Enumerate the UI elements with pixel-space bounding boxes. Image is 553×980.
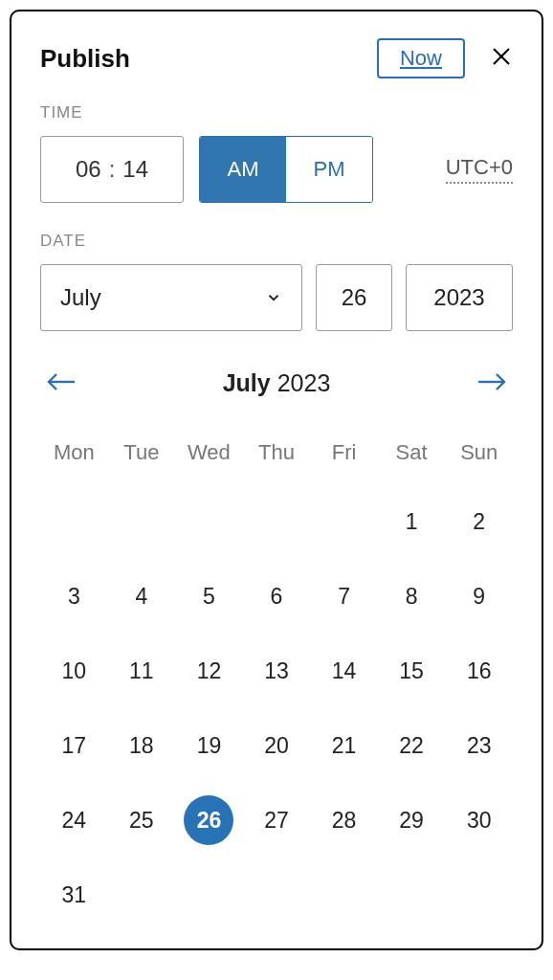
dow-header: Mon <box>40 434 108 472</box>
date-row: July 26 2023 <box>40 264 513 331</box>
calendar-day[interactable]: 11 <box>108 646 176 696</box>
panel-title: Publish <box>40 44 130 74</box>
time-section-label: TIME <box>40 103 513 122</box>
now-button[interactable]: Now <box>377 38 465 78</box>
calendar-day[interactable]: 14 <box>310 646 378 696</box>
dow-header: Sat <box>378 434 446 472</box>
calendar-day[interactable]: 7 <box>310 571 378 621</box>
calendar-empty-cell <box>40 497 108 546</box>
prev-month-button[interactable] <box>40 366 82 401</box>
calendar-day[interactable]: 2 <box>445 497 513 546</box>
time-separator: : <box>109 156 116 183</box>
day-input[interactable]: 26 <box>316 264 392 331</box>
calendar-day[interactable]: 26 <box>184 795 233 845</box>
timezone-label[interactable]: UTC+0 <box>446 155 513 184</box>
calendar-day[interactable]: 19 <box>175 721 243 770</box>
calendar-empty-cell <box>310 497 378 546</box>
calendar-day[interactable]: 27 <box>243 795 311 845</box>
next-month-button[interactable] <box>471 366 513 401</box>
time-row: 06 : 14 AM PM UTC+0 <box>40 136 513 203</box>
ampm-toggle: AM PM <box>199 136 373 203</box>
pm-button[interactable]: PM <box>286 137 372 202</box>
calendar-day[interactable]: 21 <box>310 721 378 770</box>
calendar-day[interactable]: 17 <box>40 721 108 770</box>
minutes-value: 14 <box>122 156 148 183</box>
calendar-empty-cell <box>243 497 311 546</box>
header-actions: Now <box>377 38 513 78</box>
calendar-day[interactable]: 12 <box>175 646 243 696</box>
calendar-day[interactable]: 20 <box>243 721 311 770</box>
calendar-day[interactable]: 15 <box>378 646 446 696</box>
month-select[interactable]: July <box>40 264 302 331</box>
chevron-down-icon <box>265 289 282 306</box>
close-icon[interactable] <box>490 45 513 73</box>
calendar-day[interactable]: 9 <box>445 571 513 621</box>
calendar-day[interactable]: 10 <box>40 646 108 696</box>
dow-header: Fri <box>310 434 378 472</box>
calendar-day[interactable]: 6 <box>243 571 311 621</box>
calendar-day[interactable]: 13 <box>243 646 311 696</box>
calendar-day[interactable]: 22 <box>378 721 446 770</box>
arrow-right-icon <box>476 371 507 392</box>
calendar-title: July 2023 <box>223 369 331 397</box>
calendar-nav: July 2023 <box>40 356 513 411</box>
publish-datetime-panel: Publish Now TIME 06 : 14 AM PM UTC+0 DAT… <box>10 10 543 950</box>
calendar-day[interactable]: 5 <box>175 571 243 621</box>
year-value: 2023 <box>433 284 484 311</box>
year-input[interactable]: 2023 <box>406 264 513 331</box>
date-section-label: DATE <box>40 232 513 251</box>
calendar-day[interactable]: 3 <box>40 571 108 621</box>
am-button[interactable]: AM <box>200 137 286 202</box>
dow-header: Sun <box>445 434 513 472</box>
calendar-day[interactable]: 18 <box>108 721 176 770</box>
calendar-day[interactable]: 28 <box>310 795 378 845</box>
calendar-day[interactable]: 16 <box>445 646 513 696</box>
calendar-year: 2023 <box>277 369 331 396</box>
calendar-empty-cell <box>175 497 243 546</box>
time-input[interactable]: 06 : 14 <box>40 136 184 203</box>
hours-value: 06 <box>76 156 101 183</box>
calendar-day[interactable]: 31 <box>40 870 108 920</box>
calendar-empty-cell <box>108 497 176 546</box>
dow-header: Thu <box>243 434 311 472</box>
month-value: July <box>60 284 101 311</box>
arrow-left-icon <box>46 371 77 392</box>
day-value: 26 <box>342 284 367 311</box>
calendar-day[interactable]: 30 <box>445 795 513 845</box>
panel-header: Publish Now <box>40 38 513 78</box>
dow-header: Tue <box>108 434 176 472</box>
calendar-day[interactable]: 23 <box>445 721 513 770</box>
calendar-month: July <box>223 369 271 396</box>
dow-header: Wed <box>175 434 243 472</box>
calendar-day[interactable]: 25 <box>108 795 176 845</box>
calendar-day[interactable]: 29 <box>378 795 446 845</box>
calendar-day[interactable]: 4 <box>108 571 176 621</box>
calendar-grid: MonTueWedThuFriSatSun1234567891011121314… <box>40 434 513 920</box>
calendar-day[interactable]: 24 <box>40 795 108 845</box>
calendar-day[interactable]: 8 <box>378 571 446 621</box>
calendar-day[interactable]: 1 <box>378 497 446 546</box>
